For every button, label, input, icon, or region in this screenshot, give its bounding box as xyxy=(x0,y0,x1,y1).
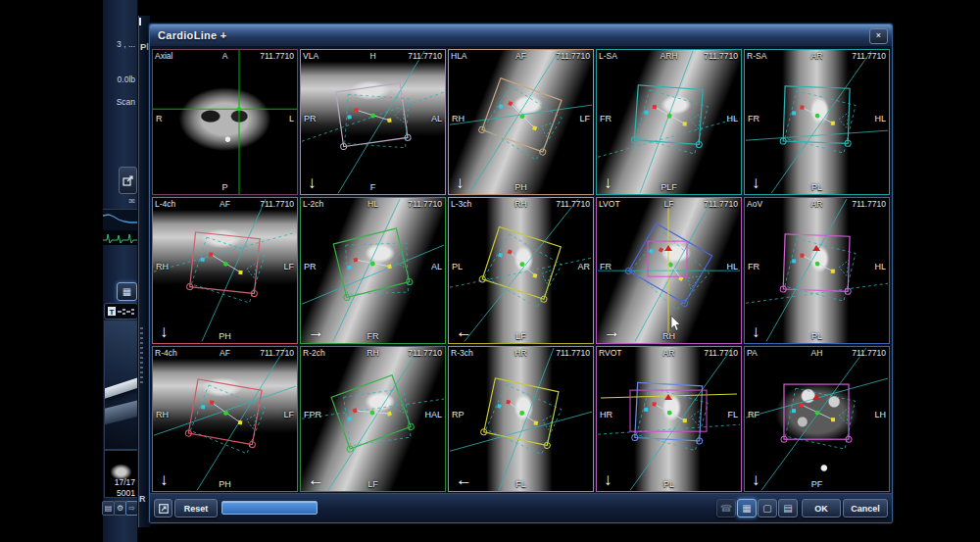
series-number: 711.7710 xyxy=(852,199,886,209)
plan-overlay xyxy=(597,347,741,491)
corner-arrow-icon xyxy=(159,504,169,514)
plan-overlay xyxy=(745,50,889,194)
orientation-bottom-label: PH xyxy=(153,479,297,489)
orientation-left-label: FR xyxy=(600,114,612,123)
orientation-left-label: FPR xyxy=(304,410,321,419)
single-view-button[interactable]: ▢ xyxy=(758,499,777,517)
gear-icon: ⚙ xyxy=(117,504,123,513)
orientation-bottom-label: PLF xyxy=(597,182,741,192)
viewport-panel[interactable]: HLA AF 711.7710 RH LF PH ↓ xyxy=(448,49,594,195)
orientation-arrow: ↓ xyxy=(752,471,760,488)
close-button[interactable]: × xyxy=(869,28,888,44)
orientation-left-label: FR xyxy=(748,114,760,123)
plan-overlay xyxy=(153,198,297,342)
monitor-icon: ▤ xyxy=(105,504,113,513)
orientation-arrow: → xyxy=(308,323,324,340)
orientation-right-label: HL xyxy=(726,114,738,123)
orientation-right-label: FL xyxy=(727,410,738,419)
viewport-panel[interactable]: VLA H 711.7710 PR AL F ↓ xyxy=(300,49,446,195)
orientation-left-label: R xyxy=(156,114,163,123)
envelope-icon: ✉ xyxy=(103,197,135,206)
image-counter: 17/17 xyxy=(103,477,135,487)
viewport-panel[interactable]: R-2ch RH 711.7710 FPR HAL LF ← xyxy=(300,346,446,492)
orientation-left-label: PR xyxy=(304,262,317,271)
plan-overlay xyxy=(449,347,593,491)
background-scrollbar xyxy=(140,327,143,386)
orientation-arrow: ↓ xyxy=(752,174,760,191)
orientation-arrow: ↓ xyxy=(160,323,169,340)
phone-mode-button[interactable]: ☎ xyxy=(716,499,736,517)
layout-grid-button[interactable]: ▦ xyxy=(117,282,137,301)
logo-icon: T xyxy=(108,307,135,316)
export-icon: ⇨ xyxy=(128,504,135,513)
orientation-right-label: LF xyxy=(283,262,294,271)
plan-overlay xyxy=(301,198,445,342)
orientation-arrow: ← xyxy=(456,471,472,488)
dialog-titlebar[interactable]: CardioLine + × xyxy=(150,25,892,47)
orientation-arrow: → xyxy=(604,323,620,340)
orientation-arrow: ↓ xyxy=(456,174,465,191)
plan-overlay xyxy=(745,198,889,342)
viewport-panel[interactable]: RVOT AR 711.7710 HR FL PL ↓ xyxy=(596,346,742,492)
plan-overlay xyxy=(301,50,445,194)
series-number: 711.7710 xyxy=(556,51,590,61)
restore-layout-button[interactable] xyxy=(154,499,172,517)
orientation-arrow: ← xyxy=(456,323,472,340)
cancel-button[interactable]: Cancel xyxy=(843,499,888,517)
viewport-panel[interactable]: R-3ch HR 711.7710 RP FL ← xyxy=(448,346,594,492)
orientation-right-label: AL xyxy=(431,262,442,271)
orientation-right-label: LF xyxy=(283,410,294,419)
panel-grid: Axial A 711.7710 R L P VLA H 711.7710 PR… xyxy=(152,49,890,492)
dialog-bottombar: Reset ☎ ▦ ▢ ▤ OK Cancel xyxy=(150,493,892,522)
reset-label: Reset xyxy=(184,504,209,514)
viewport-panel[interactable]: L-2ch HL 711.7710 PR AL FR → xyxy=(300,197,446,343)
orientation-left-label: RH xyxy=(156,262,169,271)
orientation-left-label: FR xyxy=(600,262,612,271)
series-number: 711.7710 xyxy=(260,348,294,358)
reset-button[interactable]: Reset xyxy=(174,499,218,517)
series-number: 711.7710 xyxy=(408,199,442,209)
orientation-right-label: HAL xyxy=(424,410,442,419)
series-number: 711.7710 xyxy=(852,348,886,358)
background-window-label: Pl xyxy=(140,41,149,52)
orientation-left-label: HR xyxy=(600,410,612,419)
viewport-panel[interactable]: PA AH 711.7710 RF LH PF ↓ xyxy=(744,346,890,492)
series-number-side: 5001 xyxy=(103,488,135,498)
window-edge-highlight xyxy=(138,16,139,527)
viewport-panel[interactable]: R-SA AR 711.7710 FR HL PL ↓ xyxy=(744,49,890,195)
series-number: 711.7710 xyxy=(260,51,294,61)
scanner-base xyxy=(104,398,138,426)
viewport-panel[interactable]: R-4ch AF 711.7710 RH LF PH ↓ xyxy=(152,346,298,492)
trend-sparkline xyxy=(103,209,137,230)
series-number: 711.7710 xyxy=(704,51,738,61)
orientation-left-label: FR xyxy=(748,262,760,271)
phone-icon: ☎ xyxy=(720,503,732,514)
orientation-left-label: PL xyxy=(452,262,463,271)
viewport-panel[interactable]: L-4ch AF 711.7710 RH LF PH ↓ xyxy=(152,197,298,343)
viewport-panel[interactable]: Axial A 711.7710 R L P xyxy=(152,49,298,195)
patient-info-fragment: 3 , ... xyxy=(103,39,135,49)
orientation-left-label: RF xyxy=(748,410,760,419)
ecg-trace xyxy=(103,230,137,245)
series-number: 711.7710 xyxy=(260,199,294,209)
list-view-button[interactable]: ▤ xyxy=(778,499,798,517)
viewport-panel[interactable]: AoV AR 711.7710 FR HL PL ↓ xyxy=(744,197,890,343)
orientation-bottom-label: PL xyxy=(597,479,741,489)
orientation-left-label: PR xyxy=(304,114,317,123)
orientation-left-label: RH xyxy=(452,114,465,123)
grid-layout-button[interactable]: ▦ xyxy=(737,499,757,517)
orientation-right-label: HL xyxy=(726,262,738,271)
dialog-title: CardioLine + xyxy=(158,29,227,41)
background-window-label-bottom: R xyxy=(139,494,146,504)
ok-button[interactable]: OK xyxy=(802,499,841,517)
series-number: 711.7710 xyxy=(556,348,590,358)
viewport-panel[interactable]: L-3ch RH 711.7710 PL AR LF ← xyxy=(448,197,594,343)
viewport-panel[interactable]: L-SA ARH 711.7710 FR HL PLF ↓ xyxy=(596,49,742,195)
orientation-arrow: ↓ xyxy=(752,323,760,340)
share-button[interactable] xyxy=(119,167,137,194)
progress-bar[interactable] xyxy=(221,501,318,515)
scan-label: Scan xyxy=(103,97,135,107)
orientation-bottom-label: PH xyxy=(153,331,297,341)
viewport-panel[interactable]: LVOT LF 711.7710 FR HL RH → xyxy=(596,197,742,343)
orientation-bottom-label: P xyxy=(153,182,297,192)
